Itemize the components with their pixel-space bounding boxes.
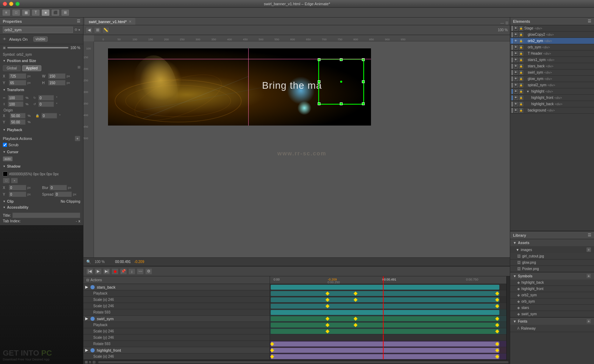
toolbar-btn-5[interactable]: ■ (41, 9, 50, 16)
highlight-front-expand[interactable]: ▶ (85, 349, 88, 352)
el-stage-vis[interactable]: 👁 (514, 26, 518, 31)
el-orb2sym-vis[interactable]: 👁 (514, 39, 518, 43)
el-orb-sym[interactable]: 👁 🔒 orb_sym <div> (510, 44, 594, 50)
el-swirlsym-vis[interactable]: 👁 (514, 70, 518, 75)
rotate-x-input[interactable] (38, 95, 54, 101)
h-input[interactable] (48, 80, 66, 86)
el-spiral2[interactable]: 👁 🔒 spiral2_sym <div> (510, 82, 594, 88)
gear-icon[interactable]: ⚙ (74, 28, 77, 32)
handle-bottom-right[interactable] (362, 102, 365, 105)
swirl-vis[interactable] (90, 317, 95, 321)
swirl-expand[interactable]: ▶ (85, 317, 88, 321)
settings-icon[interactable]: ⊞ (77, 65, 80, 71)
tl-swirl-group[interactable]: ▶ swirl_sym (83, 316, 270, 322)
origin-rot-input[interactable] (41, 113, 57, 119)
accessibility-header[interactable]: ▼ Accessibility (0, 204, 83, 210)
el-highlight[interactable]: 👁 🔒 ▼ highlight <div> (510, 88, 594, 95)
el-highlight-front[interactable]: 👁 🔒 highlight_front <div> (510, 95, 594, 101)
maximize-button[interactable] (15, 2, 20, 6)
shadow-spread-input[interactable] (54, 191, 72, 197)
applied-tab[interactable]: Applied (22, 65, 41, 71)
el-highlight-lock[interactable]: 🔒 (519, 89, 523, 94)
shadow-y-input[interactable] (9, 191, 26, 197)
el-header[interactable]: 👁 🔒 T Header <div> (510, 50, 594, 57)
el-glow-sym[interactable]: 👁 🔒 glow_sym <div> (510, 76, 594, 82)
minimize-button[interactable] (9, 2, 13, 6)
el-hb-lock[interactable]: 🔒 (519, 102, 523, 106)
tl-settings-btn[interactable]: ⚙ (145, 268, 152, 275)
images-header[interactable]: ▼ images + (510, 246, 594, 253)
elements-panel-menu[interactable]: ☰ (588, 19, 591, 23)
lib-orb2-sym[interactable]: ◆ orb2_sym (510, 292, 594, 298)
lib-glow[interactable]: 🖼 glow.png (510, 259, 594, 266)
tl-rewind-btn[interactable]: |◀ (86, 268, 93, 275)
el-spiral2-lock[interactable]: 🔒 (519, 83, 523, 87)
canvas-grid-btn[interactable]: ⊞ (94, 27, 101, 33)
clip-header[interactable]: ▼ Clip No Clipping (0, 198, 83, 204)
highlight-front-vis[interactable] (90, 348, 95, 352)
shadow-x-input[interactable] (9, 185, 26, 190)
el-highlight-expand[interactable]: ▼ (524, 90, 529, 93)
y-input[interactable] (9, 80, 26, 86)
images-add-button[interactable]: + (586, 247, 591, 252)
canvas-ruler-btn[interactable]: 📏 (102, 27, 109, 33)
el-glowcopy2[interactable]: 👁 🔒 glowCopy2 <div> (510, 32, 594, 38)
symbols-header[interactable]: ▼ Symbols + (510, 272, 594, 279)
el-stars1-vis[interactable]: 👁 (514, 58, 518, 62)
toolbar-btn-6[interactable]: ⬛ (51, 9, 60, 16)
position-size-header[interactable]: ▼ Position and Size (0, 58, 83, 64)
lib-poster[interactable]: 🖼 Poster.png (510, 266, 594, 272)
el-glowcopy2-vis[interactable]: 👁 (514, 33, 518, 37)
el-orbsym-lock[interactable]: 🔒 (519, 45, 523, 49)
tl-record-btn[interactable]: ⏺ (112, 268, 119, 275)
fonts-add-button[interactable]: + (586, 319, 591, 324)
el-stage[interactable]: 👁 🔒 Stage <div> (510, 25, 594, 32)
shadow-blur-input[interactable] (49, 185, 67, 190)
el-starsback-vis[interactable]: 👁 (514, 64, 518, 68)
toolbar-btn-2[interactable]: □ (12, 9, 20, 16)
w-input[interactable] (48, 73, 66, 79)
shadow-color-swatch[interactable] (3, 171, 8, 176)
opacity-slider[interactable] (7, 47, 68, 48)
symbol-name-input[interactable] (3, 27, 73, 33)
assets-header[interactable]: ▼ Assets (510, 239, 594, 246)
el-glowsym-vis[interactable]: 👁 (514, 77, 518, 81)
scale-y-input[interactable] (8, 101, 23, 107)
el-hf-lock[interactable]: 🔒 (519, 96, 523, 100)
tl-collapse-icon[interactable]: ⊟ (86, 278, 89, 282)
shadow-outer-btn[interactable]: □ (3, 178, 10, 183)
x-input[interactable] (9, 73, 26, 79)
tab-options-icon[interactable]: ☰ (505, 21, 508, 25)
lib-swirl-sym[interactable]: ◆ swirl_sym (510, 311, 594, 317)
timeline-scrollbar-v[interactable] (506, 276, 510, 360)
lib-highlight-front[interactable]: ◆ highlight_front (510, 286, 594, 292)
traffic-lights[interactable] (3, 2, 20, 6)
playback-header[interactable]: ▼ Playback (0, 127, 83, 133)
el-header-vis[interactable]: 👁 (514, 52, 518, 56)
symbols-add-button[interactable]: + (586, 274, 591, 278)
el-orbsym-vis[interactable]: 👁 (514, 45, 518, 49)
el-orb2sym-lock[interactable]: 🔒 (519, 39, 523, 43)
el-stars-back[interactable]: 👁 🔒 stars_back <div> (510, 63, 594, 69)
el-hf-vis[interactable]: 👁 (514, 96, 518, 100)
el-stars1[interactable]: 👁 🔒 stars1_sym <div> (510, 57, 594, 63)
title-acc-input[interactable] (12, 213, 80, 218)
el-highlight-back[interactable]: 👁 🔒 highlight_back <div> (510, 101, 594, 107)
tl-easing-btn[interactable]: 〰 (137, 268, 144, 275)
tab-close-icon[interactable]: ✕ (129, 20, 131, 23)
el-spiral2-vis[interactable]: 👁 (514, 83, 518, 87)
toolbar-btn-1[interactable]: ≡ (2, 9, 11, 16)
global-tab[interactable]: Global (3, 65, 21, 71)
close-button[interactable] (3, 2, 7, 6)
handle-mid-left[interactable] (318, 80, 320, 83)
canvas-content[interactable]: Bring the ma (94, 41, 510, 266)
el-bg-vis[interactable]: 👁 (514, 108, 518, 113)
el-orb2-sym[interactable]: 👁 🔒 orb2_sym <div> (510, 38, 594, 44)
transform-header[interactable]: ▼ Transform (0, 87, 83, 93)
el-swirl-sym[interactable]: 👁 🔒 swirl_sym <div> (510, 69, 594, 76)
lib-highlight-back[interactable]: ◆ highlight_back (510, 279, 594, 286)
handle-bottom-left[interactable] (318, 102, 320, 105)
el-stars1-lock[interactable]: 🔒 (519, 58, 523, 62)
el-hb-vis[interactable]: 👁 (514, 102, 518, 106)
el-stage-lock[interactable]: 🔒 (519, 26, 523, 31)
